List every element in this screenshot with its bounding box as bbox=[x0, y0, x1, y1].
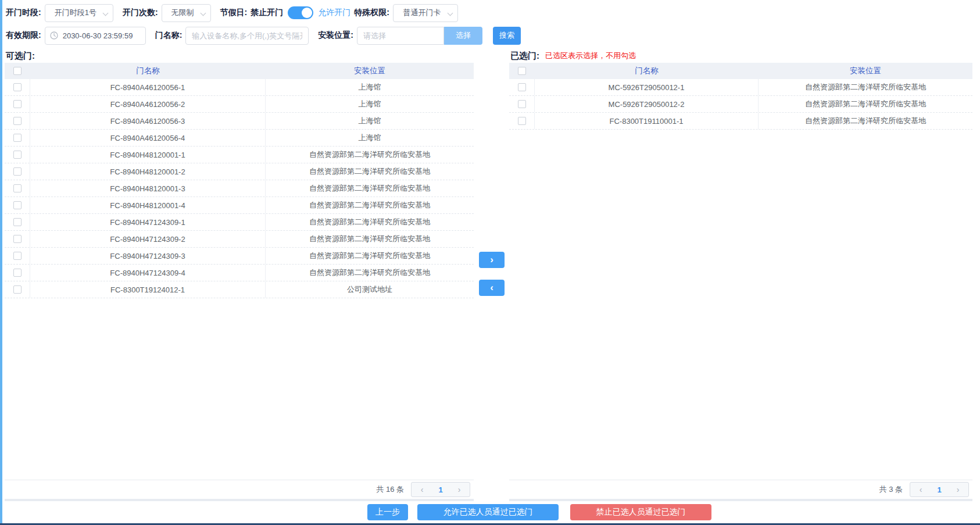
row-checkbox-cell bbox=[5, 163, 30, 180]
select-all-checkbox[interactable] bbox=[13, 67, 22, 75]
available-doors-header: 门名称 安装位置 bbox=[5, 63, 474, 79]
row-checkbox[interactable] bbox=[13, 100, 22, 108]
table-row[interactable]: FC-8300T19124012-1 公司测试地址 bbox=[5, 281, 474, 298]
table-row[interactable]: FC-8940H47124309-3 自然资源部第二海洋研究所临安基地 bbox=[5, 248, 474, 265]
row-checkbox[interactable] bbox=[13, 252, 22, 260]
door-name-column-header: 门名称 bbox=[30, 66, 266, 76]
install-location-cell: 公司测试地址 bbox=[266, 281, 474, 298]
row-checkbox[interactable] bbox=[13, 269, 22, 277]
move-right-button[interactable]: › bbox=[479, 252, 505, 268]
transfer-panels: 可选门: 门名称 安装位置 FC-8940A46120056-1 上海馆 FC-… bbox=[5, 49, 972, 501]
open-count-select[interactable]: 无限制 bbox=[162, 4, 211, 22]
row-checkbox[interactable] bbox=[13, 235, 22, 243]
install-location-cell: 自然资源部第二海洋研究所临安基地 bbox=[266, 248, 474, 264]
total-count: 共 3 条 bbox=[879, 484, 903, 495]
table-row[interactable]: FC-8940H47124309-4 自然资源部第二海洋研究所临安基地 bbox=[5, 265, 474, 281]
row-checkbox-cell bbox=[5, 79, 30, 95]
row-checkbox[interactable] bbox=[13, 218, 22, 226]
move-left-button[interactable]: ‹ bbox=[479, 280, 505, 296]
table-row[interactable]: FC-8940H47124309-1 自然资源部第二海洋研究所临安基地 bbox=[5, 214, 474, 231]
holiday-allow-label: 允许开门 bbox=[318, 8, 350, 18]
table-row[interactable]: FC-8300T19110001-1 自然资源部第二海洋研究所临安基地 bbox=[509, 113, 972, 130]
install-location-input[interactable] bbox=[357, 27, 444, 45]
row-checkbox[interactable] bbox=[13, 83, 22, 91]
open-period-select[interactable]: 开门时段1号 bbox=[45, 4, 113, 22]
install-location-cell: 自然资源部第二海洋研究所临安基地 bbox=[266, 231, 474, 247]
select-all-cell bbox=[509, 63, 535, 79]
door-name-cell: FC-8940A46120056-3 bbox=[30, 113, 266, 129]
row-checkbox-cell bbox=[509, 96, 535, 112]
row-checkbox-cell bbox=[5, 147, 30, 163]
row-checkbox[interactable] bbox=[518, 117, 526, 125]
pager: ‹ 1 › bbox=[411, 482, 470, 497]
chevron-right-icon: › bbox=[490, 254, 493, 266]
row-checkbox-cell bbox=[5, 180, 30, 197]
row-checkbox[interactable] bbox=[13, 184, 22, 192]
next-page-icon[interactable]: › bbox=[949, 485, 967, 494]
pager: ‹ 1 › bbox=[910, 482, 969, 497]
footer-actions: 上一步 允许已选人员通过已选门 禁止已选人员通过已选门 bbox=[367, 504, 711, 520]
row-checkbox[interactable] bbox=[13, 117, 22, 125]
install-location-group: 选择 bbox=[357, 27, 482, 45]
row-checkbox-cell bbox=[5, 231, 30, 247]
row-checkbox-cell bbox=[5, 248, 30, 264]
door-name-column-header: 门名称 bbox=[535, 66, 759, 76]
table-row[interactable]: FC-8940A46120056-3 上海馆 bbox=[5, 113, 474, 130]
row-checkbox-cell bbox=[5, 265, 30, 281]
door-name-cell: FC-8940H47124309-3 bbox=[30, 248, 266, 264]
table-row[interactable]: FC-8940A46120056-1 上海馆 bbox=[5, 79, 474, 96]
selected-doors-header: 门名称 安装位置 bbox=[509, 63, 972, 79]
current-page[interactable]: 1 bbox=[930, 485, 949, 494]
select-all-checkbox[interactable] bbox=[518, 67, 526, 75]
previous-step-button[interactable]: 上一步 bbox=[367, 504, 408, 520]
install-location-cell: 自然资源部第二海洋研究所临安基地 bbox=[266, 197, 474, 213]
pick-button[interactable]: 选择 bbox=[444, 27, 482, 45]
table-row[interactable]: FC-8940A46120056-2 上海馆 bbox=[5, 96, 474, 113]
prev-page-icon[interactable]: ‹ bbox=[413, 485, 431, 494]
row-checkbox[interactable] bbox=[13, 285, 22, 294]
valid-until-input[interactable] bbox=[45, 27, 146, 45]
door-name-cell: FC-8940A46120056-2 bbox=[30, 96, 266, 112]
table-row[interactable]: FC-8940H48120001-3 自然资源部第二海洋研究所临安基地 bbox=[5, 180, 474, 197]
table-row[interactable]: MC-5926T29050012-1 自然资源部第二海洋研究所临安基地 bbox=[509, 79, 972, 96]
top-form: 开门时段: 开门时段1号 开门次数: 无限制 节假日: 禁止开门 允许开门 特殊… bbox=[6, 3, 521, 48]
row-checkbox[interactable] bbox=[518, 100, 526, 108]
door-name-cell: FC-8940H47124309-1 bbox=[30, 214, 266, 230]
current-page[interactable]: 1 bbox=[431, 485, 450, 494]
door-name-cell: FC-8300T19110001-1 bbox=[535, 113, 759, 129]
row-checkbox[interactable] bbox=[13, 151, 22, 159]
prev-page-icon[interactable]: ‹ bbox=[911, 485, 930, 494]
available-doors-title: 可选门: bbox=[6, 51, 35, 62]
table-row[interactable]: FC-8940H48120001-1 自然资源部第二海洋研究所临安基地 bbox=[5, 147, 474, 163]
row-checkbox[interactable] bbox=[518, 83, 526, 91]
table-row[interactable]: FC-8940H48120001-4 自然资源部第二海洋研究所临安基地 bbox=[5, 197, 474, 214]
available-doors-rows: FC-8940A46120056-1 上海馆 FC-8940A46120056-… bbox=[5, 79, 474, 480]
row-checkbox-cell bbox=[509, 113, 535, 129]
table-row[interactable]: FC-8940H48120001-2 自然资源部第二海洋研究所临安基地 bbox=[5, 163, 474, 180]
door-name-cell: FC-8940A46120056-4 bbox=[30, 130, 266, 146]
valid-until-field[interactable] bbox=[45, 27, 146, 45]
door-name-cell: MC-5926T29050012-1 bbox=[535, 79, 759, 95]
allow-selected-button[interactable]: 允许已选人员通过已选门 bbox=[417, 504, 559, 520]
row-checkbox[interactable] bbox=[13, 134, 22, 142]
row-checkbox-cell bbox=[509, 79, 535, 95]
row-checkbox[interactable] bbox=[13, 201, 22, 209]
search-button[interactable]: 搜索 bbox=[493, 27, 521, 45]
door-name-input[interactable] bbox=[185, 27, 309, 45]
special-permission-select[interactable]: 普通开门卡 bbox=[393, 4, 458, 22]
table-row[interactable]: MC-5926T29050012-2 自然资源部第二海洋研究所临安基地 bbox=[509, 96, 972, 113]
chevron-down-icon bbox=[200, 10, 206, 16]
open-count-label: 开门次数: bbox=[123, 8, 158, 18]
table-row[interactable]: FC-8940H47124309-2 自然资源部第二海洋研究所临安基地 bbox=[5, 231, 474, 248]
forbid-selected-button[interactable]: 禁止已选人员通过已选门 bbox=[570, 504, 711, 520]
install-location-cell: 自然资源部第二海洋研究所临安基地 bbox=[266, 163, 474, 180]
special-permission-value: 普通开门卡 bbox=[403, 8, 441, 18]
available-doors-pagination: 共 16 条 ‹ 1 › bbox=[5, 480, 474, 501]
install-location-cell: 自然资源部第二海洋研究所临安基地 bbox=[266, 214, 474, 230]
next-page-icon[interactable]: › bbox=[450, 485, 468, 494]
table-row[interactable]: FC-8940A46120056-4 上海馆 bbox=[5, 130, 474, 147]
row-checkbox-cell bbox=[5, 130, 30, 146]
holiday-toggle[interactable] bbox=[288, 6, 313, 19]
door-name-cell: FC-8300T19124012-1 bbox=[30, 281, 266, 298]
row-checkbox[interactable] bbox=[13, 167, 22, 176]
